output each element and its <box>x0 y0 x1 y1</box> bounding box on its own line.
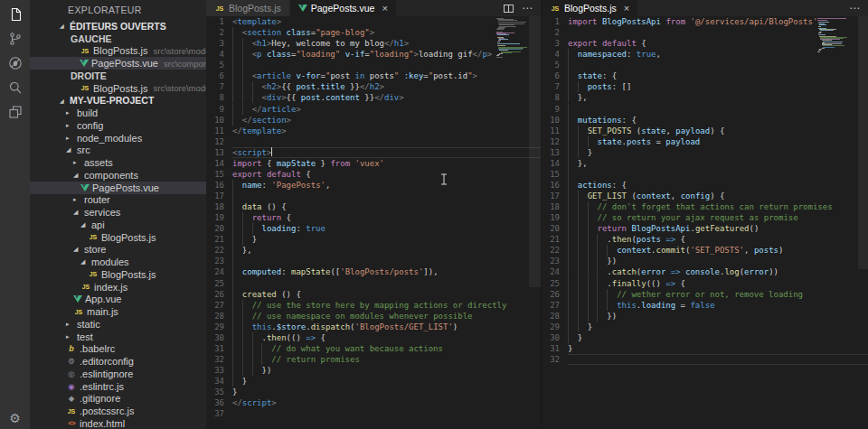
code-line[interactable]: 21.then(posts => { <box>542 234 868 245</box>
explorer-icon[interactable] <box>5 5 25 24</box>
tree-item[interactable]: ▸static <box>30 318 206 331</box>
code-line[interactable]: 24computed: mapState(['BlogPosts/posts']… <box>206 266 541 277</box>
tree-item[interactable]: ◎.eslintignore <box>30 368 206 380</box>
tree-item[interactable]: ◢components <box>30 169 206 182</box>
tree-item[interactable]: <>index.html <box>30 417 206 429</box>
tree-item[interactable]: ▸assets <box>30 156 206 169</box>
code-line[interactable]: 18data () { <box>206 201 541 212</box>
tree-item[interactable]: JSmain.js <box>30 305 206 318</box>
tree-item[interactable]: JS.postcssrc.js <box>30 405 206 417</box>
code-line[interactable]: 26created () { <box>206 289 541 300</box>
tab-blogposts-js[interactable]: JSBlogPosts.js× <box>542 0 638 16</box>
code-line[interactable]: 29} <box>542 322 868 332</box>
code-line[interactable]: 9 <box>542 104 868 115</box>
source-control-icon[interactable] <box>5 29 25 49</box>
code-line[interactable]: 31} <box>542 343 868 354</box>
code-line[interactable]: 8}, <box>542 92 868 103</box>
code-line[interactable]: 25.finally(() => { <box>542 278 868 289</box>
code-line[interactable]: 25 <box>206 278 541 289</box>
code-line[interactable]: 20return BlogPostsApi.getFeatured() <box>542 223 868 234</box>
code-line[interactable]: 24.catch(error => console.log(error)) <box>542 266 868 277</box>
code-line[interactable]: 13<script> <box>206 147 541 158</box>
tree-item[interactable]: ◢modules <box>30 256 206 268</box>
more-actions-icon[interactable]: ⋯ <box>522 2 533 14</box>
code-line[interactable]: 31// do what you want because actions <box>206 343 541 354</box>
code-line[interactable]: 7<h2>{{ post.title }}</h2> <box>206 81 541 92</box>
code-line[interactable]: 3<h1>Hey, welcome to my blog</h1> <box>206 38 541 49</box>
code-line[interactable]: 16actions: { <box>542 180 868 191</box>
code-line[interactable]: 29this.$store.dispatch('BlogPosts/GET_LI… <box>206 322 541 332</box>
tree-item[interactable]: App.vue <box>30 294 206 306</box>
code-line[interactable]: 11</template> <box>206 126 541 136</box>
code-line[interactable]: 15export default { <box>206 169 541 180</box>
code-line[interactable]: 6state: { <box>542 70 868 81</box>
tree-item[interactable]: JSBlogPosts.js <box>30 231 206 244</box>
code-line[interactable]: 30} <box>542 332 868 343</box>
code-line[interactable]: 34} <box>206 376 541 387</box>
code-line[interactable]: 10</section> <box>206 115 541 126</box>
code-line[interactable]: 10mutations: { <box>542 115 868 126</box>
tab-pageposts-vue[interactable]: PagePosts.vue× <box>290 0 397 16</box>
code-line[interactable]: 32 <box>542 354 868 365</box>
tree-item[interactable]: ▸config <box>30 119 206 132</box>
code-line[interactable]: 35} <box>206 387 541 397</box>
tree-item[interactable]: ▸build <box>30 107 206 119</box>
code-line[interactable]: 7posts: [] <box>542 81 868 92</box>
tab-blogposts-js[interactable]: JSBlogPosts.js <box>206 0 290 16</box>
code-area[interactable]: 1<template>2<section class="page-blog">3… <box>206 16 541 429</box>
tree-item[interactable]: ▸node_modules <box>30 132 206 145</box>
minimap[interactable] <box>496 18 527 59</box>
code-line[interactable]: 17 <box>206 191 541 201</box>
code-line[interactable]: 28// use namespace on modules whenever p… <box>206 311 541 322</box>
code-line[interactable]: 30.then(() => { <box>206 332 541 343</box>
open-editor-item[interactable]: PagePosts.vuesrc\components <box>30 57 206 70</box>
code-line[interactable]: 8<div>{{ post.content }}</div> <box>206 92 541 103</box>
code-line[interactable]: 27// use the store here by mapping actio… <box>206 300 541 311</box>
tree-item[interactable]: ◢services <box>30 206 206 219</box>
code-line[interactable]: 28}) <box>542 311 868 322</box>
code-line[interactable]: 36</script> <box>206 397 541 408</box>
code-line[interactable]: 13} <box>542 147 868 158</box>
tree-item[interactable]: PagePosts.vue <box>30 182 206 194</box>
code-line[interactable]: 23 <box>206 256 541 266</box>
tree-item[interactable]: ◆.gitignore <box>30 393 206 406</box>
code-line[interactable]: 33}) <box>206 365 541 376</box>
code-line[interactable]: 5 <box>542 60 868 70</box>
open-editor-item[interactable]: JSBlogPosts.jssrc\store\modules <box>30 82 206 95</box>
code-line[interactable]: 2<section class="page-blog"> <box>206 27 541 38</box>
minimap[interactable] <box>817 18 857 53</box>
debug-icon[interactable] <box>5 53 25 73</box>
close-icon[interactable]: × <box>382 3 387 14</box>
scrollbar[interactable] <box>858 16 868 269</box>
code-line[interactable]: 18// don't forget that actions can retur… <box>542 201 868 212</box>
project-header[interactable]: ◢ MY-VUE-PROJECT <box>30 95 206 107</box>
settings-gear-icon[interactable]: ⚙ <box>0 411 30 425</box>
code-line[interactable]: 15 <box>542 169 868 180</box>
close-icon[interactable]: × <box>624 3 629 14</box>
tree-item[interactable]: b.babelrc <box>30 343 206 356</box>
more-actions-icon[interactable]: ⋯ <box>849 2 861 14</box>
code-line[interactable]: 16name: 'PagePosts', <box>206 180 541 191</box>
code-line[interactable]: 19// so return your ajax request as prom… <box>542 212 868 223</box>
tree-item[interactable]: ◉.eslintrc.js <box>30 380 206 393</box>
code-line[interactable]: 5 <box>206 60 541 70</box>
code-line[interactable]: 1<template> <box>206 16 541 27</box>
code-line[interactable]: 21} <box>206 234 541 245</box>
code-line[interactable]: 23}) <box>542 256 868 266</box>
code-line[interactable]: 4<p class="loading" v-if="loading">loadi… <box>206 49 541 60</box>
code-line[interactable]: 27this.loading = false <box>542 300 868 311</box>
code-line[interactable]: 6<article v-for="post in posts" :key="po… <box>206 70 541 81</box>
extensions-icon[interactable] <box>5 102 25 122</box>
code-area[interactable]: 1import BlogPostsApi from '@/services/ap… <box>542 16 868 429</box>
split-editor-icon[interactable] <box>504 5 514 13</box>
open-editor-item[interactable]: JSBlogPosts.jssrc\store\modules <box>30 45 206 58</box>
code-line[interactable]: 12 <box>206 136 541 147</box>
code-line[interactable]: 26// wether error or not, remove loading <box>542 289 868 300</box>
tree-item[interactable]: ◢store <box>30 244 206 256</box>
tree-item[interactable]: ⚙.editorconfig <box>30 355 206 368</box>
code-line[interactable]: 19return { <box>206 212 541 223</box>
code-line[interactable]: 9</article> <box>206 104 541 115</box>
tree-item[interactable]: JSBlogPosts.js <box>30 268 206 281</box>
search-icon[interactable] <box>5 78 25 98</box>
tree-item[interactable]: JSindex.js <box>30 281 206 294</box>
